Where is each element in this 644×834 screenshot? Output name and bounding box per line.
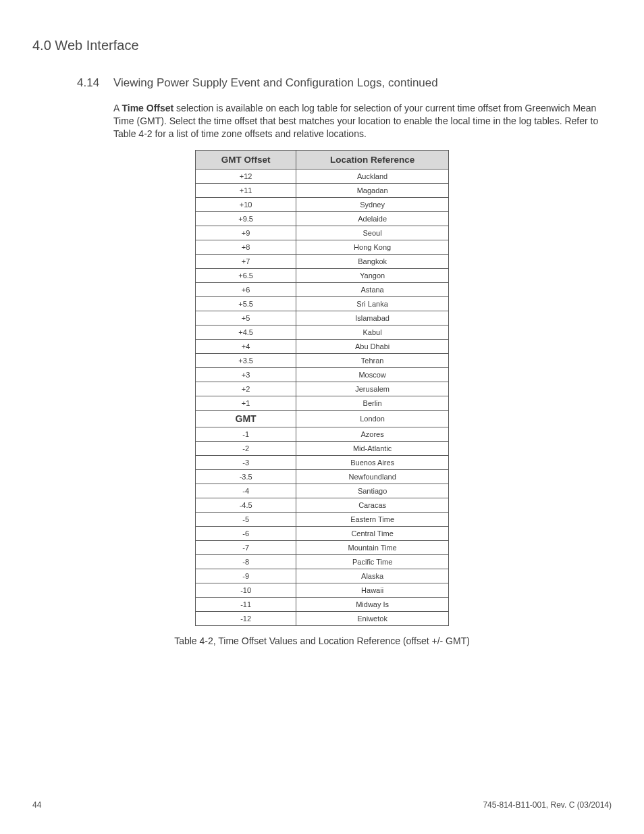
section-number: 4.14 [77,76,113,90]
table-cell-location: Magadan [296,183,449,197]
table-cell-location: Abu Dhabi [296,339,449,353]
table-row: -4Santiago [196,484,449,498]
table-cell-location: Sydney [296,197,449,211]
table-row: -5Eastern Time [196,512,449,526]
table-cell-location: Adelaide [296,211,449,226]
table-cell-location: Midway Is [296,597,449,611]
table-cell-offset: -1 [196,427,296,441]
table-cell-location: Jerusalem [296,382,449,396]
table-cell-location: Santiago [296,484,449,498]
table-cell-offset: +10 [196,197,296,211]
table-cell-location: Berlin [296,396,449,410]
table-cell-offset: -11 [196,597,296,611]
table-cell-offset: -7 [196,540,296,554]
table-row: +11Magadan [196,183,449,197]
table-cell-location: Mid-Atlantic [296,441,449,455]
table-cell-offset: -5 [196,512,296,526]
table-row: +10Sydney [196,197,449,211]
table-row: -12Eniwetok [196,611,449,625]
page-footer: 44 745-814-B11-001, Rev. C (03/2014) [32,800,612,810]
table-cell-location: Seoul [296,226,449,240]
table-row: +7Bangkok [196,254,449,268]
table-cell-location: Auckland [296,169,449,183]
table-cell-offset: -9 [196,569,296,583]
table-row: -3Buenos Aires [196,455,449,469]
table-cell-location: Alaska [296,569,449,583]
table-row: -11Midway Is [196,597,449,611]
table-cell-location: Yangon [296,268,449,282]
footer-doc-id: 745-814-B11-001, Rev. C (03/2014) [483,800,612,810]
table-cell-offset: -3.5 [196,469,296,484]
table-cell-offset: -4 [196,484,296,498]
table-cell-offset: +3.5 [196,353,296,367]
section-title: Viewing Power Supply Event and Configura… [113,76,438,90]
table-row: +1Berlin [196,396,449,410]
table-cell-location: Central Time [296,526,449,540]
table-cell-location: Eniwetok [296,611,449,625]
table-row: +4.5Kabul [196,325,449,339]
table-cell-offset: -6 [196,526,296,540]
chapter-heading: 4.0 Web Interface [32,38,612,53]
table-cell-location: Azores [296,427,449,441]
table-cell-offset: -12 [196,611,296,625]
table-row: +3.5Tehran [196,353,449,367]
table-header-row: GMT Offset Location Reference [196,150,449,169]
paragraph-bold: Time Offset [122,103,173,113]
table-cell-offset: -8 [196,554,296,569]
table-cell-location: Mountain Time [296,540,449,554]
table-cell-location: Bangkok [296,254,449,268]
paragraph-rest: selection is available on each log table… [113,103,598,139]
table-cell-location: Pacific Time [296,554,449,569]
section-heading: 4.14 Viewing Power Supply Event and Conf… [77,76,612,90]
table-row: +9Seoul [196,226,449,240]
table-cell-offset: +1 [196,396,296,410]
table-cell-offset: +9.5 [196,211,296,226]
table-cell-location: Kabul [296,325,449,339]
table-cell-location: Moscow [296,367,449,382]
table-cell-offset: +4.5 [196,325,296,339]
footer-page-number: 44 [32,800,41,810]
table-row: +8Hong Kong [196,240,449,254]
table-cell-offset: +6 [196,282,296,296]
table-row: +9.5Adelaide [196,211,449,226]
table-cell-location: Caracas [296,498,449,512]
table-cell-offset: +11 [196,183,296,197]
table-cell-offset: +7 [196,254,296,268]
table-cell-location: Hawaii [296,583,449,597]
table-cell-location: Hong Kong [296,240,449,254]
table-cell-offset: +8 [196,240,296,254]
table-cell-offset: +9 [196,226,296,240]
table-cell-offset: +4 [196,339,296,353]
table-cell-location: Buenos Aires [296,455,449,469]
table-cell-location: Sri Lanka [296,296,449,311]
table-cell-offset: +2 [196,382,296,396]
gmt-offset-table: GMT Offset Location Reference +12Aucklan… [195,150,449,626]
table-row: -3.5Newfoundland [196,469,449,484]
table-cell-location: London [296,410,449,427]
table-cell-offset: -2 [196,441,296,455]
table-cell-offset: -4.5 [196,498,296,512]
table-cell-location: Eastern Time [296,512,449,526]
table-cell-location: Tehran [296,353,449,367]
table-cell-offset: +3 [196,367,296,382]
table-cell-offset: +5.5 [196,296,296,311]
table-row: +6.5Yangon [196,268,449,282]
table-row: -9Alaska [196,569,449,583]
table-cell-location: Newfoundland [296,469,449,484]
table-cell-offset: -3 [196,455,296,469]
table-row: +6Astana [196,282,449,296]
table-row: -10Hawaii [196,583,449,597]
table-row: -7Mountain Time [196,540,449,554]
table-row: -8Pacific Time [196,554,449,569]
table-row: -1Azores [196,427,449,441]
table-cell-offset: +6.5 [196,268,296,282]
table-row: +2Jerusalem [196,382,449,396]
table-row: +3Moscow [196,367,449,382]
table-row: +5.5Sri Lanka [196,296,449,311]
table-row: +5Islamabad [196,311,449,325]
intro-paragraph: A Time Offset selection is available on … [113,102,612,140]
table-row: -4.5Caracas [196,498,449,512]
table-cell-location: Islamabad [296,311,449,325]
table-cell-location: Astana [296,282,449,296]
table-row: GMTLondon [196,410,449,427]
